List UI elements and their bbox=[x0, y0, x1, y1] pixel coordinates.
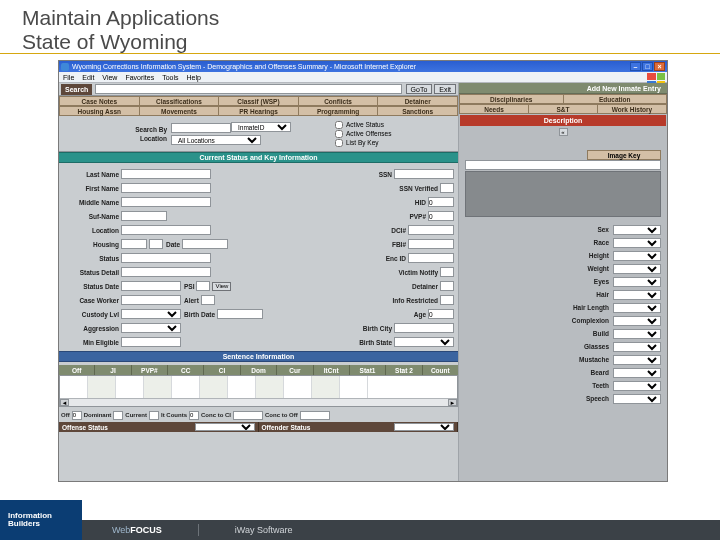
input-ssn-verified[interactable] bbox=[440, 183, 454, 193]
col-pvp[interactable]: PVP# bbox=[132, 365, 168, 375]
col-ji[interactable]: JI bbox=[95, 365, 131, 375]
tab-programming[interactable]: Programming bbox=[298, 106, 378, 116]
sel-offender-status[interactable] bbox=[394, 423, 454, 431]
input-housing-2[interactable] bbox=[149, 239, 163, 249]
sel-race[interactable] bbox=[613, 238, 661, 248]
input-status-detail[interactable] bbox=[121, 267, 211, 277]
scroll-left-icon[interactable]: ◄ bbox=[60, 399, 69, 406]
sel-glasses[interactable] bbox=[613, 342, 661, 352]
input-birth-date[interactable] bbox=[217, 309, 263, 319]
col-ci[interactable]: CI bbox=[204, 365, 240, 375]
sel-custody-lvl[interactable] bbox=[121, 309, 181, 319]
input-middle-name[interactable] bbox=[121, 197, 211, 207]
input-suffix[interactable] bbox=[121, 211, 167, 221]
col-cc[interactable]: CC bbox=[168, 365, 204, 375]
sel-mustache[interactable] bbox=[613, 355, 661, 365]
search-input[interactable] bbox=[95, 84, 401, 94]
input-victim-notify[interactable] bbox=[440, 267, 454, 277]
tab-case-notes[interactable]: Case Notes bbox=[59, 96, 139, 106]
input-status[interactable] bbox=[121, 253, 211, 263]
input-case-worker[interactable] bbox=[121, 295, 181, 305]
scroll-right-icon[interactable]: ► bbox=[448, 399, 457, 406]
tab-pr-hearings[interactable]: PR Hearings bbox=[218, 106, 298, 116]
tab-needs[interactable]: Needs bbox=[459, 104, 528, 114]
input-age[interactable] bbox=[428, 309, 454, 319]
input-detainer[interactable] bbox=[440, 281, 454, 291]
minimize-button[interactable]: – bbox=[630, 62, 641, 71]
col-itcnt[interactable]: ItCnt bbox=[314, 365, 350, 375]
input-info-restricted[interactable] bbox=[440, 295, 454, 305]
grid-scrollbar[interactable]: ◄ ► bbox=[60, 398, 457, 406]
tab-disciplinaries[interactable]: Disciplinaries bbox=[459, 94, 563, 104]
input-encid[interactable] bbox=[408, 253, 454, 263]
sel-offense-status[interactable] bbox=[195, 423, 255, 431]
input-alert[interactable] bbox=[201, 295, 215, 305]
tab-conflicts[interactable]: Conflicts bbox=[298, 96, 378, 106]
input-hid[interactable] bbox=[428, 197, 454, 207]
pager-prev-icon[interactable]: « bbox=[559, 128, 568, 136]
input-location[interactable] bbox=[121, 225, 211, 235]
tab-housing-assn[interactable]: Housing Assn bbox=[59, 106, 139, 116]
input-current[interactable] bbox=[149, 411, 159, 420]
add-inmate-bar[interactable]: Add New Inmate Entry bbox=[459, 83, 667, 94]
input-housing-1[interactable] bbox=[121, 239, 147, 249]
tab-education[interactable]: Education bbox=[563, 94, 668, 104]
menu-view[interactable]: View bbox=[102, 74, 117, 81]
input-status-date[interactable] bbox=[121, 281, 181, 291]
maximize-button[interactable]: □ bbox=[642, 62, 653, 71]
input-fbi[interactable] bbox=[408, 239, 454, 249]
tab-classifications[interactable]: Classifications bbox=[139, 96, 219, 106]
input-off[interactable] bbox=[72, 411, 82, 420]
input-psi[interactable] bbox=[196, 281, 210, 291]
input-pvp[interactable] bbox=[428, 211, 454, 221]
sel-teeth[interactable] bbox=[613, 381, 661, 391]
sel-height[interactable] bbox=[613, 251, 661, 261]
input-conc-ci[interactable] bbox=[233, 411, 263, 420]
input-birth-city[interactable] bbox=[394, 323, 454, 333]
col-cur[interactable]: Cur bbox=[277, 365, 313, 375]
input-dominant[interactable] bbox=[113, 411, 123, 420]
sel-birth-state[interactable] bbox=[394, 337, 454, 347]
tab-sanctions[interactable]: Sanctions bbox=[377, 106, 458, 116]
input-date[interactable] bbox=[182, 239, 228, 249]
menu-help[interactable]: Help bbox=[187, 74, 201, 81]
menu-tools[interactable]: Tools bbox=[162, 74, 178, 81]
input-conc-off[interactable] bbox=[300, 411, 330, 420]
col-stat2[interactable]: Stat 2 bbox=[386, 365, 422, 375]
sel-hair[interactable] bbox=[613, 290, 661, 300]
view-button[interactable]: View bbox=[212, 282, 231, 291]
sel-sex[interactable] bbox=[613, 225, 661, 235]
input-first-name[interactable] bbox=[121, 183, 211, 193]
sel-beard[interactable] bbox=[613, 368, 661, 378]
input-dci[interactable] bbox=[408, 225, 454, 235]
sel-aggression[interactable] bbox=[121, 323, 181, 333]
menu-favorites[interactable]: Favorites bbox=[125, 74, 154, 81]
sel-eyes[interactable] bbox=[613, 277, 661, 287]
menu-edit[interactable]: Edit bbox=[82, 74, 94, 81]
ie-menu[interactable]: File Edit View Favorites Tools Help bbox=[59, 72, 667, 83]
col-stat1[interactable]: Stat1 bbox=[350, 365, 386, 375]
input-itcounts[interactable] bbox=[189, 411, 199, 420]
tab-classif-wsp[interactable]: Classif (WSP) bbox=[218, 96, 298, 106]
input-image-key[interactable] bbox=[465, 160, 661, 170]
sel-complexion[interactable] bbox=[613, 316, 661, 326]
tab-movements[interactable]: Movements bbox=[139, 106, 219, 116]
chk-active-status[interactable]: Active Status bbox=[335, 121, 391, 129]
menu-file[interactable]: File bbox=[63, 74, 74, 81]
tab-work-history[interactable]: Work History bbox=[597, 104, 667, 114]
tab-s-and-t[interactable]: S&T bbox=[528, 104, 597, 114]
chk-list-by-key[interactable]: List By Key bbox=[335, 139, 391, 147]
input-last-name[interactable] bbox=[121, 169, 211, 179]
tab-detainer[interactable]: Detainer bbox=[377, 96, 458, 106]
search-by-value-input[interactable] bbox=[171, 123, 231, 133]
sel-weight[interactable] bbox=[613, 264, 661, 274]
exit-button[interactable]: Exit bbox=[434, 84, 456, 94]
close-button[interactable]: × bbox=[654, 62, 665, 71]
input-min-eligible[interactable] bbox=[121, 337, 181, 347]
col-dom[interactable]: Dom bbox=[241, 365, 277, 375]
sel-speech[interactable] bbox=[613, 394, 661, 404]
search-by-select[interactable]: InmateID bbox=[231, 122, 291, 132]
goto-button[interactable]: GoTo bbox=[406, 84, 433, 94]
col-count[interactable]: Count bbox=[423, 365, 458, 375]
chk-active-offenses[interactable]: Active Offenses bbox=[335, 130, 391, 138]
